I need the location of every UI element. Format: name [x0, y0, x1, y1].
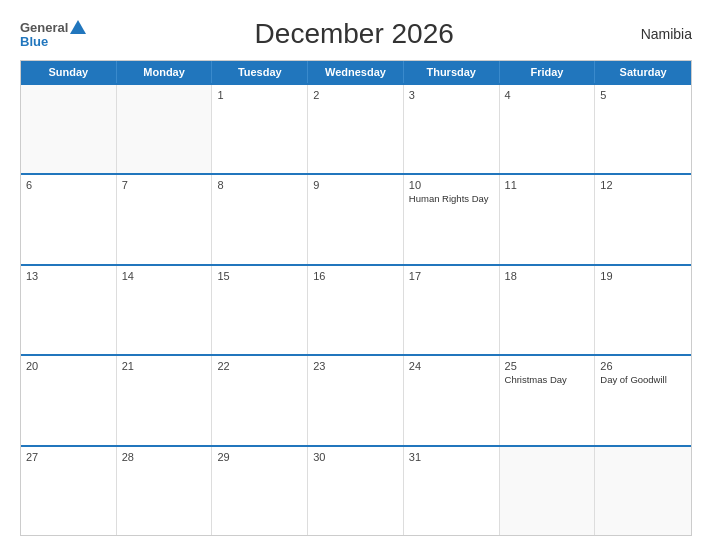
day-number: 9 [313, 179, 398, 191]
day-number: 3 [409, 89, 494, 101]
cal-cell-w1-d4: 2 [308, 85, 404, 173]
event-label: Human Rights Day [409, 193, 494, 205]
day-number: 4 [505, 89, 590, 101]
day-number: 14 [122, 270, 207, 282]
cal-cell-w4-d3: 22 [212, 356, 308, 444]
cal-cell-w2-d3: 8 [212, 175, 308, 263]
day-number: 2 [313, 89, 398, 101]
cal-cell-w2-d1: 6 [21, 175, 117, 263]
header-wednesday: Wednesday [308, 61, 404, 83]
cal-cell-w3-d5: 17 [404, 266, 500, 354]
cal-cell-w3-d6: 18 [500, 266, 596, 354]
country-label: Namibia [622, 26, 692, 42]
cal-cell-w1-d2 [117, 85, 213, 173]
header-sunday: Sunday [21, 61, 117, 83]
page: General Blue December 2026 Namibia Sunda… [0, 0, 712, 550]
day-number: 18 [505, 270, 590, 282]
day-number: 22 [217, 360, 302, 372]
logo-general-text: General [20, 21, 68, 34]
header: General Blue December 2026 Namibia [20, 18, 692, 50]
cal-cell-w1-d1 [21, 85, 117, 173]
cal-cell-w5-d4: 30 [308, 447, 404, 535]
day-number: 31 [409, 451, 494, 463]
calendar-title: December 2026 [86, 18, 622, 50]
header-monday: Monday [117, 61, 213, 83]
day-number: 12 [600, 179, 686, 191]
cal-cell-w4-d2: 21 [117, 356, 213, 444]
day-number: 29 [217, 451, 302, 463]
logo-triangle-icon [70, 20, 86, 34]
cal-cell-w3-d3: 15 [212, 266, 308, 354]
calendar-header: Sunday Monday Tuesday Wednesday Thursday… [21, 61, 691, 83]
day-number: 23 [313, 360, 398, 372]
cal-cell-w2-d2: 7 [117, 175, 213, 263]
day-number: 1 [217, 89, 302, 101]
cal-cell-w2-d4: 9 [308, 175, 404, 263]
cal-cell-w5-d2: 28 [117, 447, 213, 535]
day-number: 20 [26, 360, 111, 372]
cal-cell-w3-d4: 16 [308, 266, 404, 354]
cal-cell-w5-d1: 27 [21, 447, 117, 535]
cal-cell-w4-d7: 26Day of Goodwill [595, 356, 691, 444]
day-number: 6 [26, 179, 111, 191]
day-number: 16 [313, 270, 398, 282]
header-tuesday: Tuesday [212, 61, 308, 83]
header-thursday: Thursday [404, 61, 500, 83]
day-number: 13 [26, 270, 111, 282]
cal-cell-w1-d3: 1 [212, 85, 308, 173]
cal-cell-w4-d1: 20 [21, 356, 117, 444]
cal-cell-w1-d5: 3 [404, 85, 500, 173]
day-number: 30 [313, 451, 398, 463]
cal-cell-w5-d7 [595, 447, 691, 535]
cal-cell-w5-d3: 29 [212, 447, 308, 535]
calendar: Sunday Monday Tuesday Wednesday Thursday… [20, 60, 692, 536]
day-number: 10 [409, 179, 494, 191]
cal-cell-w5-d6 [500, 447, 596, 535]
cal-cell-w3-d7: 19 [595, 266, 691, 354]
header-friday: Friday [500, 61, 596, 83]
cal-cell-w1-d6: 4 [500, 85, 596, 173]
day-number: 27 [26, 451, 111, 463]
week-row-1: 12345 [21, 83, 691, 173]
day-number: 5 [600, 89, 686, 101]
day-number: 17 [409, 270, 494, 282]
day-number: 24 [409, 360, 494, 372]
header-saturday: Saturday [595, 61, 691, 83]
day-number: 8 [217, 179, 302, 191]
day-number: 26 [600, 360, 686, 372]
cal-cell-w4-d4: 23 [308, 356, 404, 444]
cal-cell-w1-d7: 5 [595, 85, 691, 173]
cal-cell-w3-d1: 13 [21, 266, 117, 354]
cal-cell-w2-d5: 10Human Rights Day [404, 175, 500, 263]
week-row-2: 678910Human Rights Day1112 [21, 173, 691, 263]
cal-cell-w2-d6: 11 [500, 175, 596, 263]
day-number: 7 [122, 179, 207, 191]
cal-cell-w4-d6: 25Christmas Day [500, 356, 596, 444]
day-number: 19 [600, 270, 686, 282]
week-row-4: 202122232425Christmas Day26Day of Goodwi… [21, 354, 691, 444]
day-number: 11 [505, 179, 590, 191]
cal-cell-w5-d5: 31 [404, 447, 500, 535]
calendar-body: 12345678910Human Rights Day1112131415161… [21, 83, 691, 535]
cal-cell-w2-d7: 12 [595, 175, 691, 263]
day-number: 25 [505, 360, 590, 372]
cal-cell-w3-d2: 14 [117, 266, 213, 354]
day-number: 28 [122, 451, 207, 463]
logo-blue-text: Blue [20, 35, 48, 48]
week-row-5: 2728293031 [21, 445, 691, 535]
week-row-3: 13141516171819 [21, 264, 691, 354]
logo: General Blue [20, 20, 86, 48]
event-label: Day of Goodwill [600, 374, 686, 386]
day-number: 15 [217, 270, 302, 282]
cal-cell-w4-d5: 24 [404, 356, 500, 444]
event-label: Christmas Day [505, 374, 590, 386]
day-number: 21 [122, 360, 207, 372]
